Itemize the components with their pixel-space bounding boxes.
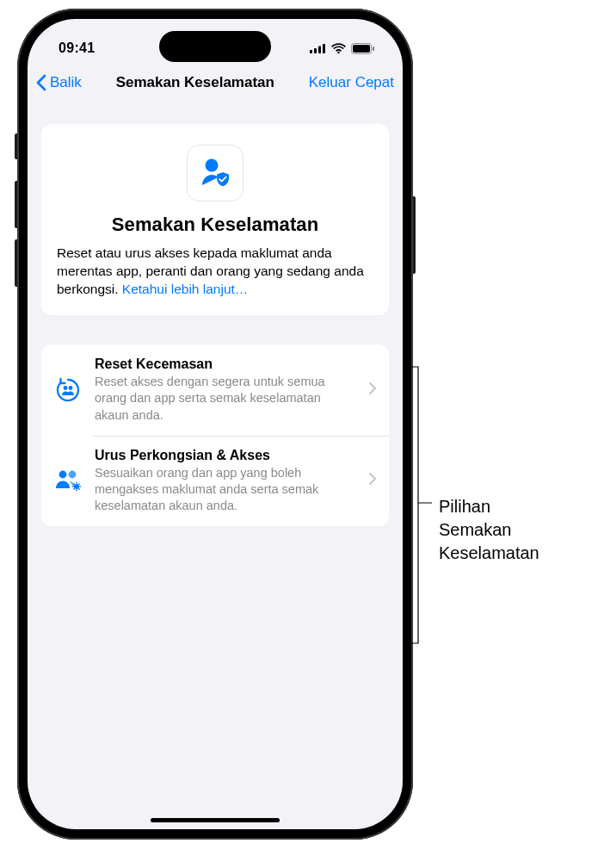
svg-point-10	[59, 471, 67, 479]
emergency-reset-icon	[53, 376, 83, 404]
phone-frame: 09:41 Balik Semakan Kese	[17, 9, 413, 840]
svg-rect-1	[314, 48, 317, 53]
svg-point-8	[64, 386, 68, 390]
hero-title: Semakan Keselamatan	[57, 214, 373, 236]
manage-sharing-title: Urus Perkongsian & Akses	[95, 448, 356, 463]
safety-check-options: Reset Kecemasan Reset akses dengan seger…	[41, 344, 389, 526]
svg-rect-5	[353, 45, 370, 53]
learn-more-link[interactable]: Ketahui lebih lanjut…	[122, 282, 249, 296]
quick-exit-button[interactable]: Keluar Cepat	[309, 74, 394, 91]
hero-description: Reset atau urus akses kepada maklumat an…	[57, 245, 373, 298]
status-icons	[310, 43, 377, 54]
svg-line-20	[74, 489, 75, 490]
svg-rect-3	[323, 44, 325, 53]
content-area: Semakan Keselamatan Reset atau urus akse…	[28, 100, 403, 526]
svg-rect-0	[310, 50, 312, 53]
volume-down-button	[15, 239, 17, 287]
svg-point-9	[69, 386, 73, 390]
back-button[interactable]: Balik	[33, 72, 82, 93]
cellular-icon	[310, 43, 326, 53]
nav-bar: Balik Semakan Keselamatan Keluar Cepat	[28, 65, 403, 100]
back-label: Balik	[50, 74, 82, 91]
svg-line-18	[78, 489, 79, 490]
battery-icon	[351, 43, 375, 54]
chevron-right-icon	[368, 381, 377, 399]
manage-sharing-icon	[53, 468, 83, 493]
wifi-icon	[331, 43, 346, 53]
emergency-reset-title: Reset Kecemasan	[95, 356, 356, 372]
safety-check-icon	[187, 145, 243, 202]
status-bar: 09:41	[28, 19, 403, 65]
volume-up-button	[15, 181, 17, 228]
svg-line-19	[78, 484, 79, 485]
emergency-reset-row[interactable]: Reset Kecemasan Reset akses dengan seger…	[41, 344, 389, 435]
page-title: Semakan Keselamatan	[116, 74, 274, 91]
annotation-label: Pilihan Semakan Keselamatan	[439, 495, 539, 565]
home-indicator[interactable]	[151, 818, 280, 822]
side-button	[413, 196, 416, 274]
svg-rect-2	[318, 46, 321, 54]
screen: 09:41 Balik Semakan Kese	[28, 19, 403, 829]
chevron-left-icon	[33, 72, 50, 93]
svg-rect-6	[373, 46, 374, 51]
chevron-right-icon	[368, 472, 377, 489]
svg-line-17	[74, 484, 75, 485]
svg-point-7	[206, 159, 219, 172]
hero-card: Semakan Keselamatan Reset atau urus akse…	[41, 124, 389, 315]
silent-switch	[15, 133, 17, 159]
dynamic-island	[159, 31, 271, 62]
manage-sharing-desc: Sesuaikan orang dan app yang boleh menga…	[95, 465, 356, 514]
svg-point-12	[74, 484, 79, 489]
manage-sharing-row[interactable]: Urus Perkongsian & Akses Sesuaikan orang…	[41, 436, 389, 526]
status-time: 09:41	[53, 40, 95, 56]
svg-point-11	[69, 471, 77, 479]
emergency-reset-desc: Reset akses dengan segera untuk semua or…	[95, 374, 356, 423]
